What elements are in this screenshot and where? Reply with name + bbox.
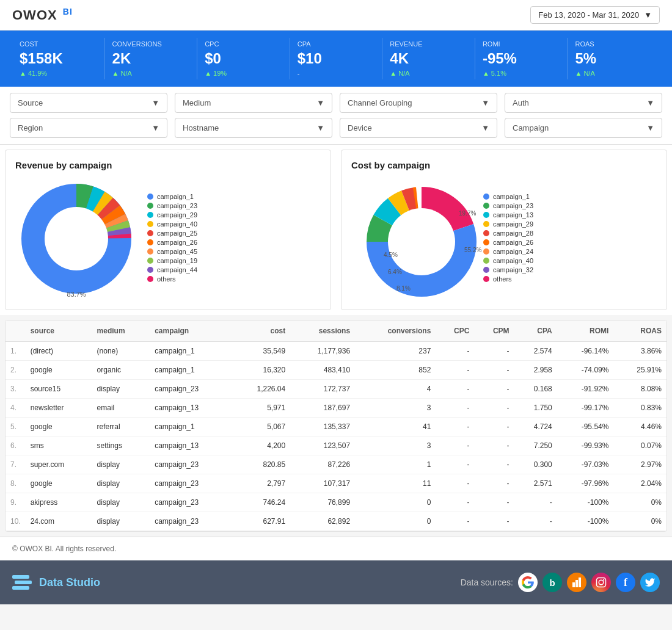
table-cell: 1.: [5, 342, 26, 361]
table-cell: -: [436, 418, 474, 436]
table-cell: 2,797: [232, 474, 291, 493]
filter-chevron: ▼: [316, 123, 324, 132]
revenue-chart-title: Revenue by campaign: [15, 160, 321, 170]
table-cell: 2.97%: [613, 455, 667, 474]
metric-label: CONVERSIONS: [112, 40, 190, 48]
filter-campaign[interactable]: Campaign▼: [505, 118, 662, 138]
filter-channel-grouping[interactable]: Channel Grouping▼: [340, 93, 497, 113]
legend-label: campaign_24: [493, 248, 533, 255]
copyright-text: © OWOX BI. All rights reserved.: [12, 545, 116, 553]
legend-label: campaign_13: [493, 211, 533, 219]
table-cell: -: [436, 436, 474, 455]
table-cell: 172,737: [290, 380, 355, 399]
metric-change: ▲ 19%: [205, 70, 282, 77]
filter-label: Auth: [513, 98, 529, 107]
table-cell: campaign_23: [150, 512, 232, 531]
metric-label: ROMI: [483, 40, 560, 48]
filter-chevron: ▼: [646, 98, 654, 107]
metric-change: ▲ N/A: [390, 70, 467, 77]
metric-value: 4K: [390, 50, 467, 67]
svg-rect-27: [579, 578, 581, 587]
table-cell: 2.958: [514, 361, 557, 380]
table-cell: 62,892: [290, 512, 355, 531]
table-row: 10.24.comdisplaycampaign_23627.9162,8920…: [5, 512, 667, 531]
table-cell: email: [92, 399, 150, 418]
table-row: 4.newsletteremailcampaign_135,971187,697…: [5, 399, 667, 418]
legend-label: campaign_1: [157, 193, 194, 200]
legend-label: others: [157, 275, 176, 283]
table-row: 3.source15displaycampaign_231,226.04172,…: [5, 380, 667, 399]
table-cell: 6.: [5, 436, 26, 455]
table-cell: 2.04%: [613, 474, 667, 493]
table-cell: akipress: [26, 493, 92, 512]
table-cell: -100%: [557, 512, 614, 531]
table-cell: 0%: [613, 493, 667, 512]
table-cell: -: [474, 380, 514, 399]
filter-source[interactable]: Source▼: [10, 93, 167, 113]
metric-roas: ROAS 5% ▲ N/A: [568, 38, 660, 79]
legend-label: campaign_28: [493, 230, 533, 237]
table-cell: -: [436, 342, 474, 361]
svg-text:19.7%: 19.7%: [459, 210, 476, 217]
legend-dot: [147, 230, 153, 236]
filter-chevron: ▼: [646, 123, 654, 132]
table-cell: (direct): [26, 342, 92, 361]
table-cell: -: [436, 455, 474, 474]
data-sources-label: Data sources:: [461, 578, 513, 587]
filter-region[interactable]: Region▼: [10, 118, 167, 138]
table-cell: -: [474, 474, 514, 493]
metric-label: ROAS: [575, 40, 652, 48]
twitter-icon: [640, 573, 660, 592]
table-cell: 4,200: [232, 436, 291, 455]
table-cell: 0: [355, 512, 436, 531]
table-cell: -100%: [557, 493, 614, 512]
table-cell: 0: [355, 493, 436, 512]
filter-label: Channel Grouping: [348, 98, 412, 107]
table-cell: -: [436, 493, 474, 512]
filter-hostname[interactable]: Hostname▼: [175, 118, 332, 138]
filter-medium[interactable]: Medium▼: [175, 93, 332, 113]
filters-section: Source▼Medium▼Channel Grouping▼Auth▼ Reg…: [0, 87, 672, 145]
legend-dot: [147, 239, 153, 245]
table-cell: display: [92, 493, 150, 512]
metrics-bar: COST $158K ▲ 41.9% CONVERSIONS 2K ▲ N/A …: [0, 31, 672, 87]
svg-text:83.7%: 83.7%: [67, 291, 86, 298]
table-cell: -: [436, 361, 474, 380]
metric-romi: ROMI -95% ▲ 5.1%: [475, 38, 568, 79]
table-cell: 8.08%: [613, 380, 667, 399]
date-range-picker[interactable]: Feb 13, 2020 - Mar 31, 2020 ▼: [530, 6, 660, 24]
logo-text: OWOX: [12, 7, 57, 23]
filter-label: Medium: [183, 98, 211, 107]
filter-device[interactable]: Device▼: [340, 118, 497, 138]
table-cell: source15: [26, 380, 92, 399]
table-cell: -: [514, 512, 557, 531]
metric-conversions: CONVERSIONS 2K ▲ N/A: [105, 38, 198, 79]
table-cell: 237: [355, 342, 436, 361]
filter-label: Campaign: [513, 123, 549, 132]
legend-item: campaign_40: [147, 220, 197, 228]
table-cell: 1.750: [514, 399, 557, 418]
svg-text:55.2%: 55.2%: [464, 247, 481, 253]
table-cell: campaign_1: [150, 361, 232, 380]
table-cell: 852: [355, 361, 436, 380]
legend-label: campaign_29: [493, 220, 533, 228]
filter-chevron: ▼: [481, 98, 489, 107]
legend-dot: [147, 221, 153, 227]
table-cell: campaign_1: [150, 342, 232, 361]
filter-chevron: ▼: [316, 98, 324, 107]
metric-cost: COST $158K ▲ 41.9%: [12, 38, 105, 79]
filter-auth[interactable]: Auth▼: [505, 93, 662, 113]
table-cell: -: [474, 455, 514, 474]
table-cell: 1: [355, 455, 436, 474]
table-cell: 76,899: [290, 493, 355, 512]
col-ROAS: ROAS: [613, 320, 667, 342]
table-cell: 7.250: [514, 436, 557, 455]
analytics-icon: [567, 573, 586, 592]
legend-label: campaign_23: [157, 202, 197, 209]
table-cell: -: [474, 342, 514, 361]
metric-label: CPA: [298, 40, 375, 48]
col-CPA: CPA: [514, 320, 557, 342]
legend-label: campaign_26: [157, 239, 197, 246]
table-cell: -95.54%: [557, 418, 614, 436]
table-cell: 4: [355, 380, 436, 399]
